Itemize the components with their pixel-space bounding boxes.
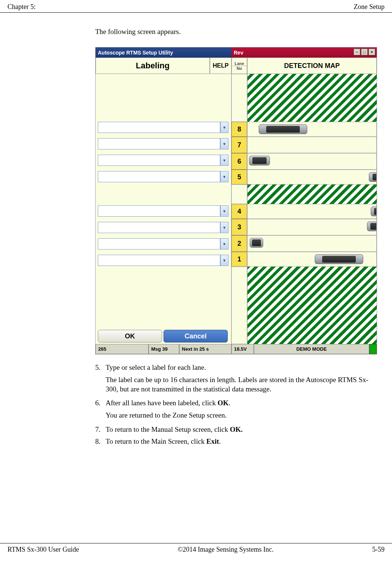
section-label: Zone Setup	[354, 3, 385, 11]
chevron-down-icon[interactable]: ▼	[220, 238, 228, 249]
traffic-lane-4	[247, 204, 377, 219]
status-value: 265	[96, 344, 149, 354]
intro-text: The following screen appears.	[95, 28, 385, 36]
lane-label-combo-7[interactable]: ▼	[98, 138, 228, 149]
vehicle-icon	[371, 207, 377, 216]
step-number: 7.	[95, 425, 106, 434]
chevron-down-icon[interactable]: ▼	[220, 122, 228, 133]
step-text: To return to the Manual Setup screen, cl…	[106, 425, 373, 434]
footer-left: RTMS Sx-300 User Guide	[7, 546, 79, 554]
chevron-down-icon[interactable]: ▼	[220, 171, 228, 182]
step-number: 8.	[95, 437, 106, 446]
minimize-icon[interactable]: –	[354, 49, 360, 55]
traffic-lane-1	[247, 252, 377, 267]
ok-button[interactable]: OK	[98, 330, 162, 343]
step-text: Type or select a label for each lane.	[106, 363, 373, 372]
maximize-icon[interactable]: □	[361, 49, 368, 55]
lane-label-combo-6[interactable]: ▼	[98, 155, 228, 166]
chevron-down-icon[interactable]: ▼	[220, 205, 228, 217]
status-next: Next in 25 s	[179, 344, 231, 354]
page-header: Chapter 5: Zone Setup	[0, 0, 392, 13]
lane-number: 8	[231, 122, 247, 137]
lane-label-combo-1[interactable]: ▼	[98, 255, 228, 266]
chapter-label: Chapter 5:	[7, 3, 35, 11]
step-text: To return to the Main Screen, click Exit…	[106, 437, 373, 446]
traffic-lane-2	[247, 235, 377, 252]
traffic-lane-7	[247, 137, 377, 153]
footer-right: 5-59	[372, 546, 385, 554]
lane-input[interactable]	[98, 222, 220, 233]
close-icon[interactable]: ×	[368, 49, 375, 55]
traffic-lane-8	[247, 122, 377, 137]
step-sub-text: The label can be up to 16 characters in …	[106, 375, 373, 394]
lane-input[interactable]	[98, 238, 220, 249]
app-screenshot: Autoscope RTMS Setup Utility Rev – □ × L…	[95, 47, 377, 354]
step-text: After all lanes have been labeled, click…	[106, 399, 373, 407]
vehicle-icon	[367, 221, 377, 231]
lane-input[interactable]	[98, 255, 220, 266]
lane-label-combo-8[interactable]: ▼	[98, 122, 228, 133]
lane-input[interactable]	[98, 122, 220, 133]
no-detection-zone	[247, 185, 377, 204]
labeling-heading: Labeling	[96, 58, 210, 74]
lane-number: 4	[231, 204, 247, 219]
lane-label-combo-5[interactable]: ▼	[98, 171, 228, 182]
lane-label-combo-4[interactable]: ▼	[98, 205, 228, 217]
footer-center: ©2014 Image Sensing Systems Inc.	[178, 546, 274, 554]
lane-number-column: 8 7 6 5 4 3 2 1	[231, 74, 247, 344]
no-detection-zone	[247, 267, 377, 344]
lane-number: 5	[231, 170, 247, 185]
vehicle-icon	[249, 156, 270, 165]
lane-number: 1	[231, 252, 247, 267]
lane-number: 6	[231, 153, 247, 170]
traffic-lane-3	[247, 219, 377, 235]
status-msg: Msg 39	[149, 344, 179, 354]
vehicle-icon	[250, 238, 263, 248]
lane-number: 3	[231, 219, 247, 235]
instructions: 5. Type or select a label for each lane.…	[95, 363, 385, 446]
help-button[interactable]: HELP	[210, 58, 231, 74]
vehicle-icon	[259, 124, 307, 134]
step-number: 5.	[95, 363, 106, 372]
detection-map-panel	[247, 74, 377, 344]
lane-label-combo-3[interactable]: ▼	[98, 222, 228, 233]
status-led-icon	[369, 344, 377, 354]
status-bar: 265 Msg 39 Next in 25 s 18.5V DEMO MODE	[96, 344, 377, 354]
status-voltage: 18.5V	[231, 344, 254, 354]
chevron-down-icon[interactable]: ▼	[220, 138, 228, 149]
lane-input[interactable]	[98, 205, 220, 217]
chevron-down-icon[interactable]: ▼	[220, 222, 228, 233]
no-detection-zone	[247, 74, 377, 122]
lane-number: 2	[231, 235, 247, 252]
window-title-right: Rev – □ ×	[231, 47, 377, 58]
traffic-lane-6	[247, 153, 377, 170]
lane-input[interactable]	[98, 138, 220, 149]
chevron-down-icon[interactable]: ▼	[220, 255, 228, 266]
chevron-down-icon[interactable]: ▼	[220, 155, 228, 166]
page-footer: RTMS Sx-300 User Guide ©2014 Image Sensi…	[0, 543, 392, 554]
lane-number: 7	[231, 137, 247, 153]
detection-map-heading: DETECTION MAP	[247, 58, 377, 74]
lane-label-combo-2[interactable]: ▼	[98, 238, 228, 249]
traffic-lane-5	[247, 170, 377, 185]
step-sub-text: You are returned to the Zone Setup scree…	[106, 411, 373, 420]
labeling-panel: ▼ ▼ ▼ ▼ ▼	[96, 74, 231, 344]
vehicle-icon	[369, 172, 377, 182]
lane-input[interactable]	[98, 155, 220, 166]
status-mode: DEMO MODE	[254, 344, 369, 354]
window-title-left: Autoscope RTMS Setup Utility	[96, 47, 231, 58]
lane-no-header: Lane No	[231, 58, 247, 74]
step-number: 6.	[95, 399, 106, 407]
cancel-button[interactable]: Cancel	[164, 330, 228, 343]
vehicle-icon	[315, 254, 363, 264]
lane-input[interactable]	[98, 171, 220, 182]
